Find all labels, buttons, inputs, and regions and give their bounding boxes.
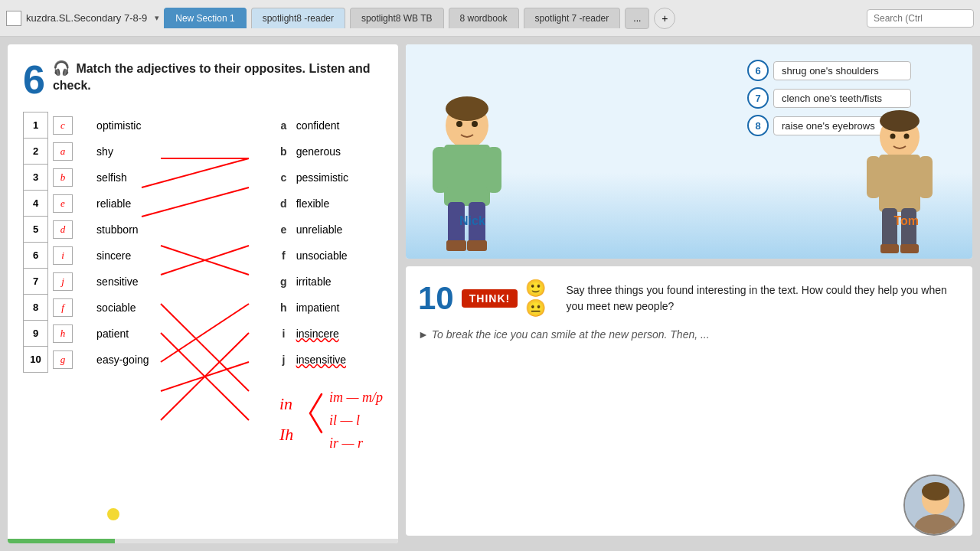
letter-box-2: a: [48, 139, 93, 165]
left-word-3: selfish: [92, 165, 184, 191]
right-letter-3: c: [276, 165, 292, 191]
right-word-3: pessimistic: [292, 165, 383, 191]
exercise10-number: 10: [418, 280, 454, 317]
right-word-2: generous: [292, 139, 383, 165]
nick-character: [421, 87, 513, 259]
right-word-5: unreliable: [292, 217, 383, 243]
illustration-bg: Nick 6 shrug one's shoulders 7 clench on…: [406, 44, 972, 259]
right-letter-4: d: [276, 191, 292, 217]
left-word-9: patient: [92, 321, 184, 347]
table-row: 7jsensitivegirritable: [24, 269, 383, 295]
headphones-icon: 🎧: [53, 60, 70, 76]
right-word-6: unsociable: [292, 243, 383, 269]
letter-box-4: e: [48, 191, 93, 217]
table-row: 8fsociablehimpatient: [24, 295, 383, 321]
right-letter-10: j: [276, 347, 292, 373]
table-row: 5dstubborneunreliable: [24, 217, 383, 243]
letter-box-9: h: [48, 321, 93, 347]
row-num-7: 7: [24, 269, 48, 295]
svg-point-36: [904, 134, 910, 139]
tab-spotlight8-wb[interactable]: spotlight8 WB TB: [350, 8, 443, 28]
window-title: kuzdra.SL.Secondary 7-8-9: [26, 12, 147, 24]
right-word-8: impatient: [292, 295, 383, 321]
main-content: 6 🎧 Match the adjectives to their opposi…: [0, 37, 980, 551]
exercise6-header: 6 🎧 Match the adjectives to their opposi…: [23, 60, 383, 99]
svg-rect-17: [433, 147, 448, 193]
row-num-3: 3: [24, 165, 48, 191]
tab-spotlight8-reader[interactable]: spotlight8 -reader: [251, 8, 345, 28]
adjectives-table: 1coptimisticaconfident2ashybgenerous3bse…: [23, 112, 383, 373]
tab-more[interactable]: ...: [625, 8, 649, 29]
tab-new-section[interactable]: New Section 1: [164, 8, 246, 28]
left-word-6: sincere: [92, 243, 184, 269]
exercise10-header: 10 THINK! 🙂😐 Say three things you found …: [418, 279, 960, 318]
row-num-5: 5: [24, 217, 48, 243]
item-num-7: 7: [747, 87, 769, 109]
row-num-9: 9: [24, 321, 48, 347]
item-row-6: 6 shrug one's shoulders: [747, 60, 911, 81]
right-letter-2: b: [276, 139, 292, 165]
search-input[interactable]: [867, 9, 974, 28]
svg-text:Ih: Ih: [279, 425, 293, 444]
avatar-corner: [903, 474, 965, 536]
svg-text:ir — r: ir — r: [329, 435, 364, 451]
svg-rect-27: [879, 155, 920, 212]
letter-box-6: i: [48, 243, 93, 269]
table-row: 3bselfishcpessimistic: [24, 165, 383, 191]
right-word-1: confident: [292, 112, 383, 139]
left-panel: 6 🎧 Match the adjectives to their opposi…: [8, 44, 398, 543]
svg-rect-32: [880, 244, 899, 253]
svg-rect-16: [444, 145, 490, 206]
prefix-handwriting: in im — m/p il — l ir — r Ih: [276, 375, 398, 482]
tab-8-wordbook[interactable]: 8 wordbook: [449, 8, 519, 28]
left-word-8: sociable: [92, 295, 184, 321]
exercise10-answer: ► To break the ice you can smile at the …: [418, 326, 960, 343]
left-word-2: shy: [92, 139, 184, 165]
svg-point-39: [922, 482, 949, 500]
right-letter-5: e: [276, 217, 292, 243]
right-letter-1: a: [276, 112, 292, 139]
table-row: 1coptimisticaconfident: [24, 112, 383, 139]
letter-box-10: g: [48, 347, 93, 373]
right-letter-9: i: [276, 321, 292, 347]
svg-rect-21: [446, 240, 466, 251]
exercise6-number: 6: [23, 60, 45, 99]
letter-box-1: c: [48, 112, 93, 139]
right-letter-6: f: [276, 243, 292, 269]
svg-point-25: [472, 121, 478, 127]
row-num-1: 1: [24, 112, 48, 139]
svg-rect-28: [867, 156, 880, 198]
svg-rect-29: [919, 156, 933, 198]
svg-rect-22: [467, 240, 487, 251]
row-num-8: 8: [24, 295, 48, 321]
left-word-4: reliable: [92, 191, 184, 217]
row-num-10: 10: [24, 347, 48, 373]
table-row: 10geasy-goingjinsensitive: [24, 347, 383, 373]
table-row: 9hpatientiinsincere: [24, 321, 383, 347]
top-bar: kuzdra.SL.Secondary 7-8-9 ▾ New Section …: [0, 0, 980, 37]
right-word-4: flexible: [292, 191, 383, 217]
tab-plus[interactable]: +: [654, 8, 675, 29]
exercise6-title: Match the adjectives to their opposites.…: [53, 62, 371, 92]
progress-bar: [8, 539, 398, 543]
tom-character: [858, 103, 942, 259]
nick-svg: [421, 87, 513, 256]
svg-rect-18: [486, 147, 501, 193]
right-word-9: insincere: [292, 321, 383, 347]
left-word-7: sensitive: [92, 269, 184, 295]
right-word-10: insensitive: [292, 347, 383, 373]
illustration-area: Nick 6 shrug one's shoulders 7 clench on…: [406, 44, 972, 259]
left-word-5: stubborn: [92, 217, 184, 243]
left-word-10: easy-going: [92, 347, 184, 373]
dropdown-arrow-icon[interactable]: ▾: [155, 13, 159, 23]
tom-svg: [858, 103, 942, 256]
right-word-7: irritable: [292, 269, 383, 295]
tab-spotlight7-reader[interactable]: spotlight 7 -reader: [524, 8, 621, 28]
left-word-1: optimistic: [92, 112, 184, 139]
item-text-6: shrug one's shoulders: [773, 61, 911, 80]
progress-fill: [8, 539, 115, 543]
svg-point-23: [446, 96, 488, 121]
svg-point-35: [890, 134, 896, 139]
right-panel: Nick 6 shrug one's shoulders 7 clench on…: [406, 44, 972, 543]
letter-box-3: b: [48, 165, 93, 191]
